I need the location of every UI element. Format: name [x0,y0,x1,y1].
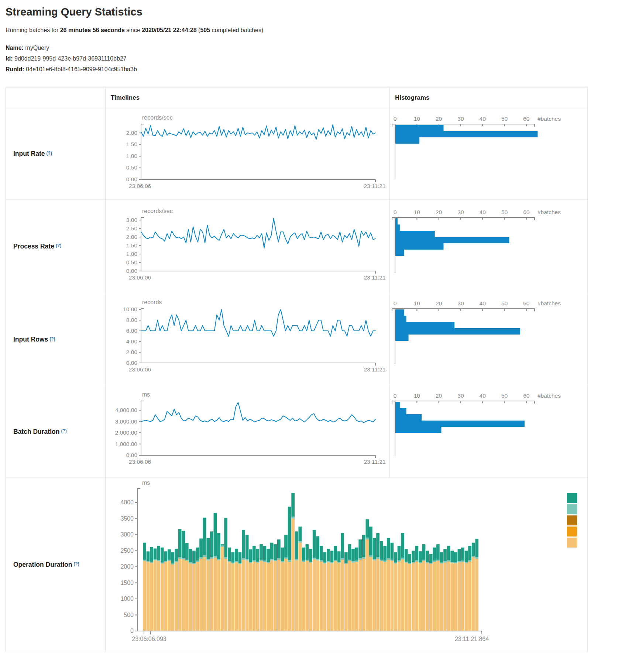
svg-text:50: 50 [501,116,508,122]
row-label-process-rate: Process Rate(?) [6,199,105,293]
help-icon[interactable]: (?) [61,428,66,433]
svg-text:6.00: 6.00 [126,328,138,334]
svg-text:1500: 1500 [120,580,134,586]
svg-text:1000: 1000 [120,596,134,602]
help-icon[interactable]: (?) [49,336,55,342]
input-rate-timeline-chart: records/sec2.001.501.000.500.0023:06:062… [105,108,389,199]
legend-swatch-3 [567,527,577,536]
query-name-line: Name: myQuery [6,45,625,51]
svg-text:2.00: 2.00 [126,349,138,355]
row-label-input-rate: Input Rate(?) [6,108,105,199]
row-label-input-rows: Input Rows(?) [6,293,105,386]
svg-text:0.00: 0.00 [126,452,138,458]
svg-text:3500: 3500 [120,515,134,522]
legend-swatch-1 [567,504,577,514]
batch-duration-histogram-chart: 0102030405060#batches [389,386,588,477]
svg-text:23:06:06.093: 23:06:06.093 [132,636,166,642]
operation-duration-stacked-chart: ms4000350030002500200015001000500023:06:… [105,477,588,652]
svg-text:23:11:21.864: 23:11:21.864 [455,636,489,642]
query-runid: 04e101e6-8bf8-4165-9099-9104c951ba3b [24,66,137,72]
svg-text:50: 50 [501,392,508,399]
svg-text:20: 20 [436,392,442,399]
svg-text:8.00: 8.00 [126,317,138,323]
svg-text:30: 30 [457,116,464,122]
histograms-column-header: Histograms [389,88,588,108]
svg-text:30: 30 [457,392,464,399]
svg-text:23:11:21: 23:11:21 [364,183,385,189]
svg-text:0: 0 [394,209,397,215]
svg-text:20: 20 [436,116,442,122]
help-icon[interactable]: (?) [47,151,52,156]
running-batches-summary: Running batches for 26 minutes 56 second… [6,27,625,34]
svg-text:2.00: 2.00 [126,234,138,240]
svg-text:40: 40 [480,209,486,215]
svg-text:30: 30 [457,209,464,215]
legend-swatch-2 [567,515,577,525]
svg-text:500: 500 [124,612,134,618]
svg-text:23:11:21: 23:11:21 [364,274,385,281]
svg-text:1.00: 1.00 [126,153,138,159]
svg-text:1.50: 1.50 [126,242,138,248]
svg-text:23:06:06: 23:06:06 [129,183,151,189]
svg-text:23:11:21: 23:11:21 [364,366,385,373]
svg-text:23:06:06: 23:06:06 [129,459,151,465]
legend-swatch-4 [567,538,577,548]
svg-text:ms: ms [142,391,150,398]
query-runid-line: RunId: 04e101e6-8bf8-4165-9099-9104c951b… [6,66,625,73]
legend-swatch-0 [567,493,577,503]
help-icon[interactable]: (?) [73,561,79,566]
svg-text:0.00: 0.00 [126,268,138,274]
svg-text:60: 60 [523,392,530,399]
svg-text:50: 50 [501,300,508,306]
svg-text:records: records [142,299,162,305]
query-id: 9d0dd219-995d-423e-b97d-36931110bb27 [13,55,127,62]
svg-text:2000: 2000 [120,563,134,570]
svg-text:10: 10 [414,209,420,215]
svg-text:40: 40 [480,392,486,399]
svg-text:60: 60 [523,300,530,306]
help-icon[interactable]: (?) [56,243,61,248]
svg-text:0.50: 0.50 [126,259,138,265]
svg-text:0: 0 [394,392,397,399]
svg-text:4,000.00: 4,000.00 [115,407,138,413]
svg-text:0: 0 [130,628,134,634]
svg-text:1.50: 1.50 [126,141,138,147]
svg-text:records/sec: records/sec [142,114,173,121]
svg-text:0.00: 0.00 [126,176,138,182]
svg-text:30: 30 [457,300,464,306]
svg-text:#batches: #batches [538,209,561,215]
svg-text:#batches: #batches [538,392,561,399]
completed-batches-count: 505 [200,27,210,33]
svg-text:50: 50 [501,209,508,215]
row-label-operation-duration: Operation Duration(?) [6,477,105,652]
input-rows-histogram-chart: 0102030405060#batches [389,293,588,386]
svg-text:1,000.00: 1,000.00 [115,441,138,447]
svg-text:23:11:21: 23:11:21 [364,459,385,465]
svg-text:2.00: 2.00 [126,130,138,136]
page-title: Streaming Query Statistics [6,6,625,18]
running-duration: 26 minutes 56 seconds [60,27,125,33]
svg-text:40: 40 [480,300,486,306]
svg-text:2,000.00: 2,000.00 [115,429,138,436]
svg-text:3,000.00: 3,000.00 [115,418,138,425]
process-rate-timeline-chart: records/sec3.002.502.001.501.000.500.002… [105,199,389,293]
svg-text:4000: 4000 [120,499,134,505]
svg-text:#batches: #batches [538,116,561,122]
query-metadata: Name: myQuery Id: 9d0dd219-995d-423e-b97… [6,45,625,73]
svg-text:3000: 3000 [120,531,134,538]
svg-text:0.00: 0.00 [126,360,138,366]
svg-text:23:06:06: 23:06:06 [129,366,151,373]
input-rows-timeline-chart: records10.008.006.004.002.000.0023:06:06… [105,293,389,386]
svg-text:20: 20 [436,209,442,215]
query-name: myQuery [24,45,49,51]
svg-text:ms: ms [142,480,150,486]
svg-text:#batches: #batches [538,300,561,306]
svg-text:60: 60 [523,209,530,215]
svg-text:1.00: 1.00 [126,251,138,257]
svg-text:3.00: 3.00 [126,217,138,223]
corner-header-cell [6,88,105,108]
input-rate-histogram-chart: 0102030405060#batches [389,108,588,199]
svg-text:2.50: 2.50 [126,225,138,232]
batch-duration-timeline-chart: ms4,000.003,000.002,000.001,000.000.0023… [105,386,389,477]
query-id-line: Id: 9d0dd219-995d-423e-b97d-36931110bb27 [6,55,625,62]
